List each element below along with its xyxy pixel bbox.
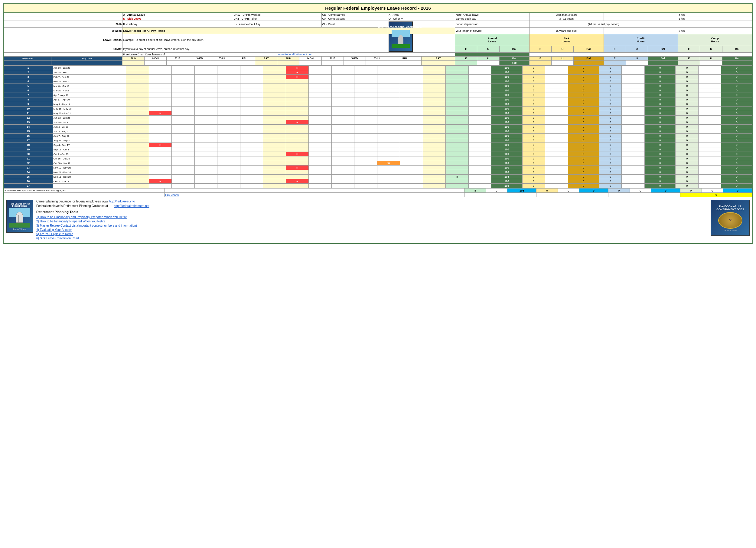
table-row: 3Feb 7 - Feb 20H100000000 [4,75,752,79]
table-row: 14Jul 10 - Jul 23100000000 [4,125,752,129]
start-balance-row: 100 [4,60,752,65]
column-header-row: Pay Date Pay Date SUN MON TUE WED THU FR… [4,57,752,60]
table-row: 18Sep 4 - Sep 17H100000000 [4,143,752,147]
table-row: 7Apr 3 - Apr 16100000000 [4,93,752,97]
example-row-2: START If you take a day of annual leave,… [4,46,752,52]
book2-footer: The BOOK of U.S. GOVERNMENT JOBS 🦅 Denni… [711,200,750,236]
retirement-tools-title: Retirement Planning Tools [36,210,708,214]
table-row: 15Jul 24 - Aug 6100000000 [4,129,752,134]
table-row: 16Aug 7 - Aug 20100000000 [4,134,752,138]
table-row: 8Apr 17 - Apr 30100000000 [4,97,752,102]
totals-table: *Observed Holidays ** Other leave such a… [4,188,752,197]
table-row: 19Sep 18 - Oct 1100000000 [4,147,752,152]
table-row: 4Feb 21 - Mar 5100000000 [4,79,752,84]
footer-content: Career planning guidance for federal emp… [36,200,708,241]
table-row: 26Dec 25 - Jan 7HH108000000 [4,179,752,184]
career-link[interactable]: http://fedcareer.info [109,200,135,203]
table-row: 12Jun 12 - Jun 25100000000 [4,116,752,120]
data-rows-table: 1Jan 10 - Jan 23H1000000002Jan 24 - Feb … [4,65,752,188]
pay-charts-row: Pay Charts 0 [4,193,752,197]
free-leave-row: Free Leave Chart Complements of www.Fede… [4,53,752,57]
footer-link-item[interactable]: 1) How to be Emotionally and Physically … [36,215,708,219]
table-row: 27108000000 [4,184,752,188]
legend-row-3: 2016 H - Holiday L - Leave Without Pay C… [4,21,752,28]
totals-row: *Observed Holidays ** Other leave such a… [4,188,752,193]
table-row: 9May 1 - May 14100000000 [4,102,752,106]
book1-footer: Take Charge of Your Federal Career Denni… [6,200,33,233]
table-row: 17Aug 21 - Sep 3100000000 [4,138,752,143]
footer-link-item[interactable]: 2) How to be Financially Prepared When Y… [36,220,708,223]
retirement-text: Federal employee's Retirement Planning G… [36,204,108,207]
table-row: 21Oct 16 - Oct 29100000000 [4,156,752,161]
example-row-1: Leave Periods Example: To enter 4 hours … [4,34,752,46]
table-row: 10May 15 - May 28100000000 [4,106,752,111]
table-row: 13Jun 26 - Jul 9H100000000 [4,120,752,125]
table-row: 20Oct 2 - Oct 15H100000000 [4,152,752,156]
table-row: 25Dec 11 - Dec 248108000000 [4,174,752,179]
footer-link-item[interactable]: 4) Evaluating Your Annuity [36,228,708,231]
footer-section: Take Charge of Your Federal Career Denni… [4,197,752,243]
table-row: 5Mar 6 - Mar 19100000000 [4,84,752,88]
career-guidance-text: Career planning guidance for federal emp… [36,200,109,203]
table-row: 23Nov 13 - Nov 26H100000000 [4,165,752,170]
table-row: 24Nov 27 - Dec 10100000000 [4,170,752,174]
book1-cover: Take Charge of Your Federal Career [389,21,413,52]
legend-row-2: S - Sick Leave CRT - Cr Hrs Taken CA - C… [4,17,752,21]
retirement-link[interactable]: http://federalretirement.net [114,204,149,207]
table-row: 1Jan 10 - Jan 23H100000000 [4,66,752,70]
leave-record-table: A - Annual Leave CRW - Cr Hrs Worked CE … [4,13,752,65]
legend-row-1: A - Annual Leave CRW - Cr Hrs Worked CE … [4,13,752,17]
footer-link-item[interactable]: 3) Master Retiree Contact List (Importan… [36,224,708,227]
footer-links: 1) How to be Emotionally and Physically … [36,215,708,240]
footer-link-item[interactable]: 6) Sick Leave Conversion Chart [36,236,708,240]
main-container: Regular Federal Employee's Leave Record … [3,3,753,244]
page-title: Regular Federal Employee's Leave Record … [4,4,752,13]
pay-charts-link[interactable]: Pay Charts [165,193,179,196]
footer-link-item[interactable]: 5) Are You Eligible to Retire [36,232,708,236]
table-row: 22Oct 30 - Nov 12*H100000000 [4,161,752,165]
table-row: 11May 29 - Jun 11H100000000 [4,111,752,116]
table-row: 2Jan 24 - Feb 6H100000000 [4,70,752,75]
table-row: 6Mar 20 - Apr 2100000000 [4,88,752,93]
